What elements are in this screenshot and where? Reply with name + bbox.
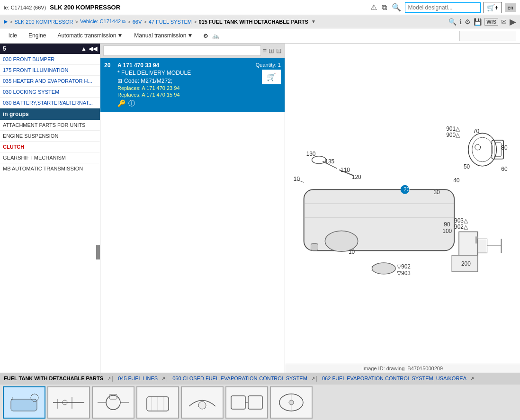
thumbnail-1[interactable] <box>3 386 45 419</box>
part-replaces-1: Replaces: A 171 470 23 94 <box>117 85 256 91</box>
svg-text:70: 70 <box>473 128 480 134</box>
sidebar-item-locking[interactable]: 030 LOCKING SYSTEM <box>0 87 100 98</box>
sidebar-section-in-groups[interactable]: in groups <box>0 108 100 120</box>
language-button[interactable]: en <box>505 3 516 12</box>
thumb-label-fuel-lines[interactable]: 045 FUEL LINES <box>114 375 161 382</box>
warning-icon-btn[interactable]: ⚠ <box>369 2 378 13</box>
sidebar-item-front-illumination[interactable]: 175 FRONT ILLUMINATION <box>0 65 100 76</box>
copy-icon-btn[interactable]: ⧉ <box>381 2 388 13</box>
cart-button[interactable]: 🛒+ <box>484 2 502 13</box>
sidebar-item-mb-automatic[interactable]: MB AUTOMATIC TRANSMISSION <box>0 163 100 174</box>
part-key-icon[interactable]: 🔑 <box>117 99 126 108</box>
thumbnail-5[interactable] <box>181 386 224 419</box>
thumb-link-2[interactable]: ↗ <box>161 376 165 381</box>
thumb-label-fuel-tank[interactable]: FUEL TANK WITH DETACHABLE PARTS <box>0 375 107 382</box>
thumb-link-1[interactable]: ↗ <box>107 376 111 381</box>
part-info-icon[interactable]: ⓘ <box>128 99 135 108</box>
zoom-in-icon[interactable]: 🔍 <box>448 18 457 26</box>
svg-text:50: 50 <box>464 163 470 170</box>
svg-text:100: 100 <box>442 228 452 234</box>
thumbnails-images <box>0 384 520 420</box>
svg-text:120: 120 <box>352 174 361 180</box>
svg-point-74 <box>289 400 294 405</box>
parts-list-toolbar: ≡ ⊞ ⊡ <box>100 44 285 58</box>
image-id: Image ID: drawing_B47015000209 <box>285 364 520 373</box>
breadcrumb-vehicle[interactable]: Vehicle: C171442 ⧉ <box>80 18 126 25</box>
svg-point-41 <box>372 263 396 274</box>
mail-icon[interactable]: ✉ <box>501 18 507 26</box>
svg-text:110: 110 <box>341 167 350 173</box>
svg-text:901△: 901△ <box>446 125 460 132</box>
sidebar-item-heater[interactable]: 035 HEATER AND EVAPORATOR H... <box>0 76 100 87</box>
thumb-link-3[interactable]: ↗ <box>311 376 315 381</box>
main-content: 5 ▲ ◀◀ 030 FRONT BUMPER 175 FRONT ILLUMI… <box>0 44 520 373</box>
svg-text:130: 130 <box>306 151 316 157</box>
svg-rect-31 <box>475 236 478 243</box>
sidebar-item-gearshift[interactable]: GEARSHIFT MECHANISM <box>0 152 100 163</box>
nav-tabs: icle Engine Automatic transmission ▼ Man… <box>0 28 520 44</box>
svg-text:200: 200 <box>461 260 471 267</box>
top-bar: le: C171442 (66V) SLK 200 KOMPRESSOR ⚠ ⧉… <box>0 0 520 15</box>
filter-icon[interactable]: ⚙ <box>465 18 471 26</box>
tab-vehicle[interactable]: icle <box>4 30 22 42</box>
thumbnail-3[interactable] <box>92 386 134 419</box>
sidebar-item-clutch[interactable]: CLUTCH <box>0 142 100 152</box>
tab-engine[interactable]: Engine <box>24 30 51 42</box>
expand-icon[interactable]: ⊡ <box>276 47 282 54</box>
sidebar-header[interactable]: 5 ▲ ◀◀ <box>0 44 100 54</box>
parts-search-input[interactable] <box>103 45 261 56</box>
part-item-20[interactable]: 20 A 171 470 33 94 * FUEL DELIVERY MODUL… <box>100 58 285 112</box>
info-icon[interactable]: ℹ <box>459 18 462 26</box>
nav-search-input[interactable] <box>459 31 516 41</box>
svg-text:20: 20 <box>403 186 410 193</box>
thumb-label-062-fuel[interactable]: 062 FUEL EVAPORATION CONTROL SYSTEM, USA… <box>318 375 470 382</box>
wis-icon[interactable]: WIS <box>484 18 498 26</box>
svg-text:903△: 903△ <box>454 217 468 224</box>
diagram-svg: 70 80 60 50 40 901△ 900△ 130 <box>285 44 520 364</box>
sidebar-item-attachment[interactable]: ATTACHMENT PARTS FOR UNITS <box>0 120 100 131</box>
save-icon[interactable]: 💾 <box>474 18 482 26</box>
svg-text:▽903: ▽903 <box>397 270 411 277</box>
part-code: A 171 470 33 94 <box>117 62 256 69</box>
tab-manual-transmission[interactable]: Manual transmission ▼ <box>129 30 197 42</box>
search-icon-btn[interactable]: 🔍 <box>391 2 402 13</box>
bike-icon[interactable]: 🚲 <box>212 33 219 39</box>
breadcrumb-dropdown[interactable]: ▼ <box>311 19 316 24</box>
svg-rect-32 <box>478 239 487 253</box>
breadcrumb-slk[interactable]: SLK 200 KOMPRESSOR <box>14 19 73 25</box>
svg-text:90: 90 <box>444 221 450 228</box>
breadcrumb-bar: ▶ > SLK 200 KOMPRESSOR > Vehicle: C17144… <box>0 15 520 28</box>
thumb-link-4[interactable]: ↗ <box>470 376 474 381</box>
add-to-cart-button[interactable]: 🛒 <box>262 70 281 84</box>
next-icon[interactable]: ▶ <box>510 17 516 27</box>
thumbnail-6[interactable] <box>225 386 268 419</box>
sidebar-back-icon[interactable]: ◀◀ <box>89 45 97 52</box>
breadcrumb-fuel-system[interactable]: 47 FUEL SYSTEM <box>149 19 192 25</box>
svg-rect-30 <box>459 232 478 256</box>
thumb-label-closed-fuel[interactable]: 060 CLOSED FUEL-EVAPORATION-CONTROL SYST… <box>169 375 311 382</box>
list-view-icon[interactable]: ≡ <box>263 47 267 54</box>
sidebar-scrollbar[interactable] <box>96 245 100 259</box>
part-code-detail: ⊞ Code: M271/M272; <box>117 78 256 84</box>
breadcrumb-66v[interactable]: 66V <box>133 19 142 25</box>
settings-icon[interactable]: ⚙ <box>203 33 208 39</box>
svg-text:80: 80 <box>501 144 508 151</box>
sidebar-collapse-icon[interactable]: ▲ <box>81 45 87 52</box>
svg-text:30: 30 <box>433 189 440 196</box>
svg-text:40: 40 <box>453 177 460 184</box>
sidebar-item-engine-suspension[interactable]: ENGINE SUSPENSION <box>0 131 100 142</box>
sidebar-item-battery[interactable]: 030 BATTERY,STARTER/ALTERNAT... <box>0 98 100 108</box>
svg-text:902△: 902△ <box>454 223 468 230</box>
sidebar-scroll-container: 030 FRONT BUMPER 175 FRONT ILLUMINATION … <box>0 54 100 373</box>
breadcrumb-home[interactable]: ▶ <box>4 18 8 25</box>
sidebar-item-front-bumper[interactable]: 030 FRONT BUMPER <box>0 54 100 65</box>
top-bar-actions: ⚠ ⧉ 🔍 🛒+ en <box>369 2 516 13</box>
thumbnail-7[interactable] <box>270 386 313 419</box>
model-search-input[interactable] <box>405 2 481 13</box>
part-quantity: Quantity: 1 🛒 <box>256 62 281 84</box>
tab-automatic-transmission[interactable]: Automatic transmission ▼ <box>53 30 127 42</box>
grid-view-icon[interactable]: ⊞ <box>269 47 274 54</box>
sidebar: 5 ▲ ◀◀ 030 FRONT BUMPER 175 FRONT ILLUMI… <box>0 44 100 373</box>
thumbnail-2[interactable] <box>47 386 90 419</box>
thumbnail-4[interactable] <box>136 386 179 419</box>
